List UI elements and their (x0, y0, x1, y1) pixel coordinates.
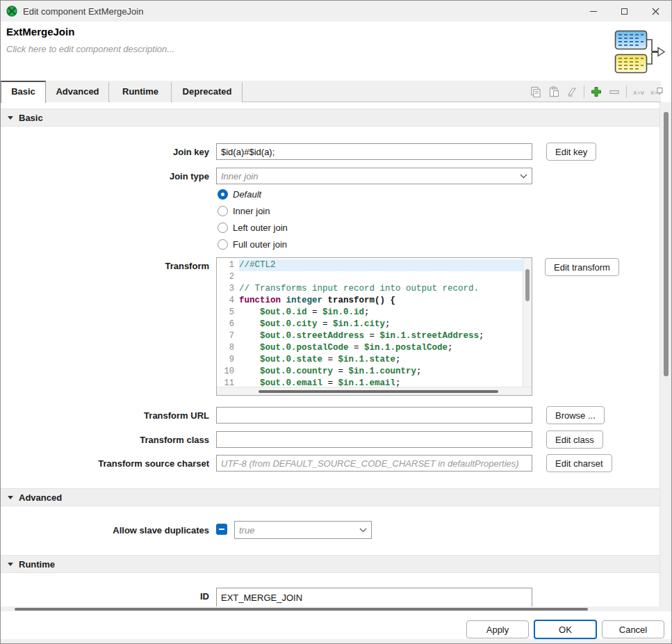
allow-slave-duplicates-checkbox[interactable] (216, 524, 227, 535)
tab-runtime[interactable]: Runtime (110, 82, 172, 102)
code-lines[interactable]: //#CTL2// Transforms input record into o… (239, 259, 523, 387)
join-type-dropdown[interactable]: Inner join (216, 168, 532, 184)
x-equals-value-icon: x=v (632, 86, 645, 98)
close-icon (652, 8, 659, 15)
transform-class-label: Transform class (1, 435, 209, 445)
editor-horizontal-scrollbar[interactable] (217, 387, 532, 395)
component-description-placeholder[interactable]: Click here to edit component description… (6, 44, 174, 54)
transform-url-input[interactable] (216, 407, 532, 424)
window-bottom-edge (1, 639, 671, 643)
edit-key-button[interactable]: Edit key (546, 143, 596, 161)
radio-selected-icon (218, 189, 228, 200)
code-gutter: 1234567891011 (217, 259, 238, 387)
tab-deprecated[interactable]: Deprecated (172, 82, 243, 102)
section-header-basic[interactable]: Basic (1, 108, 661, 127)
allow-slave-duplicates-label: Allow slave duplicates (1, 525, 209, 536)
x-equals-dialog-icon: x= (650, 86, 663, 98)
transform-class-input[interactable] (216, 431, 532, 448)
join-key-label: Join key (1, 147, 209, 157)
property-toolbar: x=v x= (530, 83, 663, 100)
transform-source-charset-input[interactable] (216, 455, 532, 472)
id-label: ID (1, 591, 209, 602)
join-type-radio-inner-join[interactable]: Inner join (218, 204, 270, 217)
chevron-down-icon (359, 528, 367, 533)
tab-basic[interactable]: Basic (1, 81, 46, 103)
vertical-scrollbar[interactable] (659, 102, 671, 611)
horizontal-scrollbar[interactable] (1, 606, 661, 611)
close-button[interactable] (640, 1, 671, 22)
clover-node-icon (6, 6, 17, 17)
collapse-triangle-icon (8, 116, 13, 120)
radio-unselected-icon (218, 239, 228, 250)
edit-component-dialog: Edit component ExtMergeJoin ExtMergeJoin… (0, 0, 672, 644)
toolbar-separator (584, 86, 584, 98)
join-type-radio-left-outer-join[interactable]: Left outer join (218, 221, 288, 234)
form-content: Basic Join key Edit key Join type Inner … (1, 102, 661, 606)
browse-button[interactable]: Browse ... (546, 406, 605, 424)
section-header-runtime[interactable]: Runtime (1, 555, 661, 573)
vertical-scroll-thumb[interactable] (664, 112, 669, 376)
remove-icon (608, 86, 621, 98)
cancel-button[interactable]: Cancel (602, 620, 664, 638)
radio-unselected-icon (218, 206, 228, 216)
toolbar-separator (626, 86, 627, 98)
svg-text:x=: x= (650, 90, 658, 97)
editor-vertical-scrollbar[interactable] (523, 258, 532, 387)
component-name: ExtMergeJoin (6, 26, 74, 38)
paste-icon (548, 86, 560, 98)
join-type-label: Join type (1, 171, 209, 182)
join-key-input[interactable] (216, 143, 532, 160)
join-type-radio-default[interactable]: Default (218, 188, 261, 200)
window-title: Edit component ExtMergeJoin (23, 6, 143, 17)
svg-text:x=v: x=v (633, 90, 645, 97)
maximize-icon (621, 8, 628, 15)
maximize-button[interactable] (609, 1, 640, 22)
collapse-triangle-icon (8, 563, 13, 566)
allow-slave-duplicates-dropdown[interactable]: true (234, 521, 372, 539)
editor-horizontal-scroll-thumb[interactable] (259, 390, 498, 393)
transform-label: Transform (1, 261, 209, 271)
editor-vertical-scroll-thumb[interactable] (525, 269, 530, 301)
edit-transform-button[interactable]: Edit transform (545, 258, 619, 276)
minimize-icon (590, 11, 597, 12)
merge-join-icon (614, 30, 666, 74)
apply-button[interactable]: Apply (466, 620, 529, 638)
chevron-down-icon (520, 174, 527, 179)
horizontal-scroll-thumb[interactable] (15, 608, 588, 611)
clear-icon (566, 86, 578, 98)
edit-class-button[interactable]: Edit class (546, 430, 603, 449)
join-type-radio-full-outer-join[interactable]: Full outer join (218, 238, 287, 250)
transform-code-editor[interactable]: 1234567891011 //#CTL2// Transforms input… (216, 257, 532, 396)
edit-charset-button[interactable]: Edit charset (546, 454, 612, 472)
copy-icon (530, 86, 542, 98)
section-header-advanced[interactable]: Advanced (1, 488, 661, 506)
titlebar: Edit component ExtMergeJoin (1, 1, 671, 22)
tab-advanced[interactable]: Advanced (47, 82, 109, 102)
collapse-triangle-icon (8, 496, 13, 499)
add-icon[interactable] (590, 86, 603, 98)
minimize-button[interactable] (577, 1, 609, 22)
indeterminate-dash-icon (219, 529, 224, 530)
radio-unselected-icon (218, 223, 228, 233)
ok-button[interactable]: OK (534, 620, 597, 639)
id-input[interactable] (216, 588, 532, 606)
transform-source-charset-label: Transform source charset (1, 458, 209, 469)
transform-url-label: Transform URL (1, 410, 209, 421)
